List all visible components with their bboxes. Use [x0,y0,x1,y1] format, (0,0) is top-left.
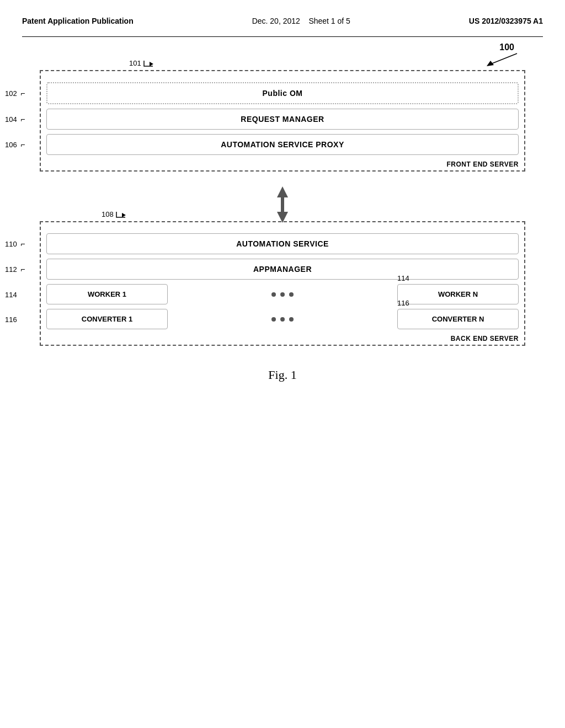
back-end-server-label: BACK END SERVER [451,335,519,342]
back-end-server-box: 108 110 AUTOMATION SERVICE 112 [40,221,525,346]
front-end-server-box: 101 102 Public OM 104 [40,70,525,172]
worker-dots [168,292,397,297]
ref-110: 110 [5,239,25,248]
ref-101-label: 101 [129,59,154,68]
ref-112: 112 [5,265,25,274]
ref-114-left: 114 [5,290,17,298]
svg-marker-3 [277,186,288,197]
public-om-row: 102 Public OM [46,82,519,104]
ref-104: 104 [5,115,25,124]
dot2 [280,292,285,297]
automation-service-row: 110 AUTOMATION SERVICE [46,233,519,254]
ref-116-left: 116 [5,315,17,323]
worker1-box: WORKER 1 [46,284,168,304]
automation-service-box: AUTOMATION SERVICE [46,233,519,254]
page: Patent Application Publication Dec. 20, … [0,0,565,728]
ref-108-hook [115,211,126,219]
request-manager-row: 104 REQUEST MANAGER [46,109,519,130]
ref-102: 102 [5,89,25,98]
automation-service-proxy-box: AUTOMATION SERVICE PROXY [46,134,519,155]
ref-101-hook [143,60,154,68]
svg-rect-6 [281,197,284,212]
page-header: Patent Application Publication Dec. 20, … [22,11,543,37]
svg-marker-7 [122,213,126,217]
appmanager-row: 112 APPMANAGER [46,259,519,280]
fig-label: Fig. 1 [22,368,543,382]
front-end-server-label: FRONT END SERVER [447,160,519,168]
ref-114-right: 114 [397,274,409,282]
automation-service-proxy-row: 106 AUTOMATION SERVICE PROXY [46,134,519,155]
dot4 [271,317,276,322]
header-left: Patent Application Publication [22,17,134,25]
svg-line-0 [489,53,517,65]
dot3 [289,292,294,297]
converter-dots [168,317,397,322]
ref-108-label: 108 [102,210,126,219]
converter-row: 116 CONVERTER 1 116 CONVERTER N [46,309,519,329]
dot6 [289,317,294,322]
arrow-svg [266,185,299,224]
converter-n-box: CONVERTER N [397,309,519,329]
dot5 [280,317,285,322]
worker-row: 114 WORKER 1 114 WORKER N [46,284,519,304]
diagram-area: 100 101 102 P [40,70,525,346]
svg-marker-2 [150,62,153,66]
converter1-box: CONVERTER 1 [46,309,168,329]
worker-n-box: WORKER N [397,284,519,304]
request-manager-box: REQUEST MANAGER [46,109,519,130]
ref-106: 106 [5,140,25,149]
dot1 [271,292,276,297]
public-om-box: Public OM [46,82,519,104]
header-center: Dec. 20, 2012 Sheet 1 of 5 [252,17,350,25]
ref-100-arrow [478,51,523,67]
ref-116-right: 116 [397,299,409,307]
header-right: US 2012/0323975 A1 [469,17,543,25]
appmanager-box: APPMANAGER [46,259,519,280]
